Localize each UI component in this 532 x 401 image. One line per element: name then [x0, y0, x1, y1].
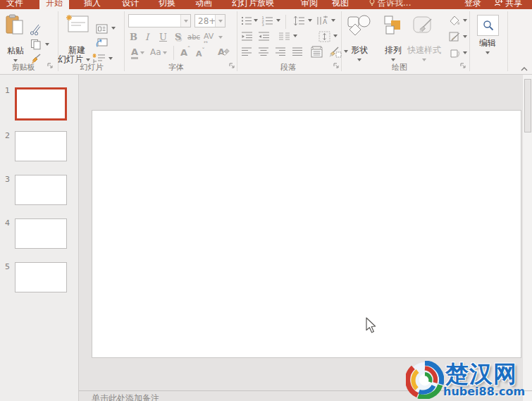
quick-styles-dropdown[interactable] [422, 58, 426, 61]
decrease-indent-button[interactable] [241, 31, 253, 44]
tab-design[interactable]: 设计 [116, 0, 145, 9]
slide-canvas[interactable] [92, 110, 521, 358]
font-dialog-launcher[interactable] [228, 58, 235, 72]
editing-dropdown[interactable] [485, 51, 490, 54]
text-direction-dropdown[interactable] [331, 19, 335, 22]
line-spacing-button[interactable] [293, 16, 305, 29]
char-spacing-dropdown[interactable] [218, 36, 223, 39]
align-left-button[interactable] [241, 47, 252, 60]
tab-home[interactable]: 开始 [39, 0, 69, 9]
tab-slideshow[interactable]: 幻灯片放映 [225, 0, 280, 9]
shape-fill-dropdown[interactable] [463, 19, 467, 22]
copy-icon [30, 39, 42, 50]
group-separator [124, 11, 125, 71]
cut-icon [30, 24, 42, 35]
arrange-icon [383, 15, 405, 36]
numbering-dropdown[interactable] [276, 19, 280, 22]
change-case-dropdown[interactable] [163, 51, 167, 54]
shape-effects-dropdown[interactable] [463, 51, 467, 54]
align-text-button[interactable] [318, 31, 330, 45]
copy-button[interactable] [30, 39, 42, 53]
columns-button[interactable] [278, 31, 290, 44]
group-separator [341, 11, 342, 71]
bullets-button[interactable] [241, 16, 252, 29]
tab-insert[interactable]: 插入 [78, 0, 107, 9]
font-name-dropdown[interactable] [180, 15, 190, 27]
grow-font-button[interactable]: Aˆ [180, 47, 190, 58]
increase-indent-button[interactable] [258, 31, 270, 44]
line-spacing-dropdown[interactable] [308, 19, 312, 22]
slide-thumbnail-3[interactable] [15, 175, 67, 205]
tab-view[interactable]: 视图 [326, 0, 355, 9]
divider [285, 15, 286, 29]
collapse-ribbon-button[interactable] [520, 61, 528, 75]
layout-button[interactable] [96, 23, 108, 37]
slide-number: 4 [5, 218, 10, 228]
align-right-button[interactable] [275, 47, 286, 60]
bold-button[interactable]: B [130, 32, 137, 42]
align-center-button[interactable] [258, 47, 269, 60]
shapes-button[interactable] [347, 15, 372, 39]
paste-button[interactable] [5, 14, 25, 39]
distribute-columns-button[interactable] [310, 46, 323, 61]
tab-review[interactable]: 审阅 [295, 0, 324, 9]
vertical-scrollbar[interactable] [522, 75, 532, 401]
new-slide-button[interactable] [65, 14, 89, 37]
font-name-combobox[interactable] [128, 14, 191, 27]
scrollbar-thumb[interactable] [524, 79, 531, 132]
paragraph-dialog-launcher[interactable] [333, 58, 340, 72]
underline-button[interactable]: U [159, 32, 167, 42]
tab-animations[interactable]: 动画 [189, 0, 218, 9]
new-slide-dropdown[interactable] [86, 58, 90, 61]
layout-dropdown[interactable] [111, 27, 116, 30]
reset-button[interactable] [96, 37, 108, 51]
strikethrough-button[interactable]: abc [187, 33, 200, 41]
signin-button[interactable]: 登录 [458, 0, 488, 9]
shape-outline-dropdown[interactable] [463, 35, 467, 38]
share-button[interactable]: 共享 [488, 0, 528, 9]
slide-thumbnail-2[interactable] [15, 131, 67, 161]
arrange-button[interactable] [383, 15, 405, 39]
distribute-icon [310, 46, 323, 58]
columns-icon [278, 31, 290, 42]
font-color-dropdown[interactable] [140, 51, 144, 54]
font-size-combobox[interactable]: 28+ [194, 14, 225, 27]
numbering-button[interactable]: 123 [261, 16, 273, 29]
quick-styles-button[interactable] [412, 15, 435, 39]
slide-thumbnail-4[interactable] [15, 218, 67, 249]
shapes-icon [347, 15, 372, 36]
bullets-dropdown[interactable] [254, 19, 258, 22]
font-color-button[interactable]: A [131, 47, 138, 59]
logo-subtitle: hubei88.com [443, 385, 525, 398]
cut-button[interactable] [30, 24, 42, 38]
ribbon: 粘贴 剪贴板 新建 幻灯片 [0, 9, 532, 75]
tab-transitions[interactable]: 切换 [152, 0, 182, 9]
tab-file[interactable]: 文件 [0, 0, 30, 9]
shapes-dropdown[interactable] [357, 58, 361, 61]
find-button[interactable] [477, 15, 499, 36]
justify-button[interactable] [292, 47, 303, 60]
char-spacing-button[interactable]: AV↔ [204, 32, 214, 44]
paste-clipboard-icon [5, 14, 25, 37]
italic-button[interactable]: I [145, 32, 149, 42]
copy-dropdown[interactable] [45, 43, 49, 46]
change-case-button[interactable]: Aa [150, 47, 161, 57]
tellme-box[interactable]: 告诉我... [362, 0, 417, 9]
clipboard-dialog-launcher[interactable] [47, 58, 54, 72]
arrange-dropdown[interactable] [391, 58, 395, 61]
notes-placeholder[interactable]: 单击此处添加备注 [92, 393, 159, 401]
shape-outline-button[interactable] [449, 32, 461, 45]
section-dropdown[interactable] [109, 57, 113, 60]
slide-thumbnail-5[interactable] [15, 262, 67, 292]
slide-thumbnail-1[interactable] [15, 87, 67, 121]
text-shadow-button[interactable]: S [175, 32, 181, 42]
align-text-icon [318, 31, 330, 42]
align-text-dropdown[interactable] [333, 35, 338, 37]
group-separator [507, 11, 508, 71]
font-size-dropdown[interactable] [215, 15, 225, 27]
drawing-dialog-launcher[interactable] [459, 58, 466, 72]
text-direction-button[interactable]: A [316, 16, 329, 29]
columns-dropdown[interactable] [293, 35, 297, 37]
shape-fill-button[interactable] [449, 16, 461, 29]
shrink-font-button[interactable]: Aˇ [196, 48, 205, 58]
